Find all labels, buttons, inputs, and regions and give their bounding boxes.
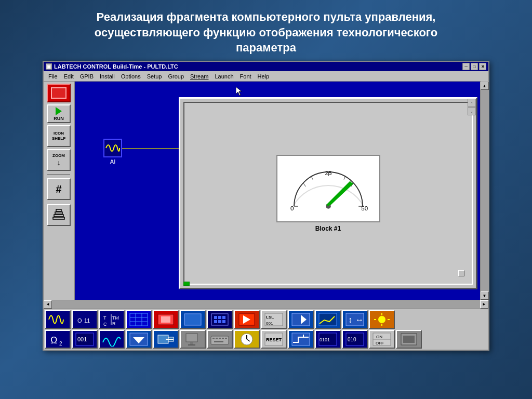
title-line3: параметра (236, 41, 296, 54)
window-icon[interactable]: ▣ (46, 63, 52, 70)
hash-icon: # (56, 183, 61, 195)
scroll-left[interactable]: ◄ (44, 300, 52, 309)
gauge-panel[interactable]: ↑ ↓ 0 (179, 97, 477, 289)
svg-text:010: 010 (348, 337, 356, 342)
mouse-cursor (236, 87, 243, 98)
scroll-right-down[interactable]: ▼ (481, 291, 489, 300)
svg-rect-33 (184, 314, 201, 325)
tray-icon-keyboard[interactable] (207, 330, 233, 349)
tray-icon-onoff[interactable]: ON OFF (369, 330, 395, 349)
tray-icon-lsl[interactable]: LSL 001 (261, 310, 287, 329)
svg-text:001: 001 (77, 336, 87, 342)
status-indicator (183, 282, 190, 286)
tray-icon-0101[interactable]: 0101 (315, 330, 341, 349)
tray-icon-o11[interactable]: O 11 (72, 310, 98, 329)
slide-title: Реализация фрагмента компьютерного пульт… (43, 0, 489, 61)
layers-button[interactable] (47, 204, 71, 226)
tray-icon-down-arrow[interactable] (126, 330, 152, 349)
svg-text:ON: ON (376, 335, 382, 339)
minimize-button[interactable]: ─ (462, 63, 470, 70)
svg-rect-69 (211, 336, 229, 344)
svg-rect-66 (186, 334, 197, 342)
menu-stream[interactable]: Stream (188, 73, 211, 80)
svg-point-52 (378, 316, 385, 323)
hash-button[interactable]: # (47, 178, 71, 200)
svg-text:R: R (112, 321, 116, 326)
tray-icon-sine[interactable] (45, 310, 71, 329)
svg-rect-75 (214, 341, 223, 342)
scroll-track-v[interactable] (481, 90, 489, 291)
tray-icon-blue-block[interactable] (180, 310, 206, 329)
menu-file[interactable]: File (46, 73, 60, 80)
icon-shelf-label: ICONSHELF (52, 131, 65, 141)
canvas-area[interactable]: AI ↑ ↓ (75, 82, 480, 300)
tray-icon-001[interactable]: 001 (72, 330, 98, 349)
tray-row-1: O 11 T C TM R (45, 310, 487, 329)
menu-install[interactable]: Install (97, 73, 117, 80)
tray-icon-step[interactable] (288, 330, 314, 349)
zoom-button[interactable]: ZOOM ↓ (47, 149, 71, 171)
ai-icon-block[interactable]: AI (103, 139, 122, 165)
svg-text:0101: 0101 (320, 337, 330, 342)
svg-text:2: 2 (59, 341, 62, 347)
scroll-up-arrow[interactable]: ↑ (468, 99, 476, 107)
maximize-button[interactable]: □ (471, 63, 478, 70)
tray-icon-pc[interactable] (180, 330, 206, 349)
tray-icon-clock[interactable] (234, 330, 260, 349)
menu-setup[interactable]: Setup (144, 73, 165, 80)
main-area: RUN ICONSHELF ZOOM ↓ # (44, 82, 488, 300)
svg-rect-74 (225, 338, 227, 339)
left-toolbar: RUN ICONSHELF ZOOM ↓ # (44, 82, 75, 300)
zoom-down-icon: ↓ (57, 158, 61, 167)
run-button[interactable]: RUN (47, 104, 71, 123)
menu-launch[interactable]: Launch (212, 73, 236, 80)
sine-wave-icon (105, 143, 121, 153)
svg-rect-40 (222, 320, 225, 323)
gauge-inner: 0 25 50 (183, 102, 473, 285)
menu-help[interactable]: Help (255, 73, 272, 80)
menu-font[interactable]: Font (237, 73, 254, 80)
scroll-right-up[interactable]: ▲ (481, 82, 489, 90)
record-button[interactable] (47, 84, 71, 102)
bottom-scrollbar: ◄ ► (44, 300, 488, 308)
tray-icon-grid1[interactable] (126, 310, 152, 329)
svg-text:001: 001 (266, 321, 273, 326)
title-line1: Реализация фрагмента компьютерного пульт… (97, 10, 436, 23)
menu-gpib[interactable]: GPIB (77, 73, 96, 80)
tray-icon-red-block1[interactable] (153, 310, 179, 329)
scroll-right[interactable]: ► (480, 300, 488, 309)
svg-text:C: C (103, 322, 107, 327)
tray-icon-box[interactable] (396, 330, 422, 349)
svg-rect-71 (216, 338, 218, 339)
svg-rect-36 (218, 316, 221, 319)
tray-icon-omega[interactable]: Ω 2 (45, 330, 71, 349)
window-title: LABTECH CONTROL Build-Time - PULTD.LTC (54, 63, 178, 70)
tray-icon-reset[interactable]: RESET (261, 330, 287, 349)
svg-rect-48 (319, 313, 337, 326)
scroll-down-arrow[interactable]: ↓ (468, 107, 476, 115)
tray-icon-dots-grid[interactable] (207, 310, 233, 329)
svg-rect-3 (56, 209, 61, 211)
tray-icon-sun[interactable] (369, 310, 395, 329)
tray-icon-motor[interactable] (153, 330, 179, 349)
menu-edit[interactable]: Edit (61, 73, 76, 80)
tray-icon-tc[interactable]: T C TM R (99, 310, 125, 329)
menu-options[interactable]: Options (118, 73, 143, 80)
svg-text:LSL: LSL (266, 315, 274, 320)
scroll-track-h[interactable] (52, 300, 480, 309)
svg-rect-73 (222, 338, 224, 339)
tray-icon-blue-arr[interactable] (288, 310, 314, 329)
menu-group[interactable]: Group (165, 73, 187, 80)
close-button[interactable]: ✕ (479, 63, 486, 70)
tray-icon-010[interactable]: 010 (342, 330, 368, 349)
svg-text:T: T (103, 315, 107, 321)
tray-icon-red-flag[interactable] (234, 310, 260, 329)
tray-icon-arrows-lr[interactable]: ↕ ↔ (342, 310, 368, 329)
resize-handle[interactable] (458, 270, 464, 276)
svg-rect-81 (292, 333, 310, 345)
svg-text:Ω: Ω (50, 335, 57, 345)
tray-icon-wave2[interactable] (99, 330, 125, 349)
tray-icon-graph-up[interactable] (315, 310, 341, 329)
icon-shelf-button[interactable]: ICONSHELF (47, 125, 71, 147)
svg-text:RESET: RESET (266, 337, 282, 342)
